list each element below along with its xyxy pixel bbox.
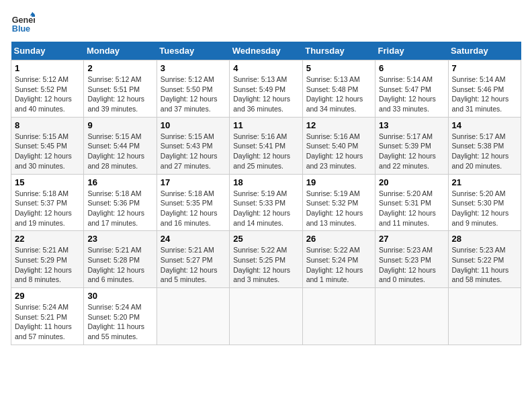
calendar-cell: 20Sunrise: 5:20 AM Sunset: 5:31 PM Dayli… — [375, 174, 448, 231]
day-info: Sunrise: 5:21 AM Sunset: 5:29 PM Dayligh… — [15, 245, 80, 285]
day-number: 15 — [15, 177, 80, 187]
day-info: Sunrise: 5:23 AM Sunset: 5:23 PM Dayligh… — [379, 245, 444, 285]
calendar-cell: 22Sunrise: 5:21 AM Sunset: 5:29 PM Dayli… — [11, 231, 84, 288]
day-number: 28 — [452, 234, 517, 244]
day-info: Sunrise: 5:22 AM Sunset: 5:25 PM Dayligh… — [233, 245, 298, 285]
col-header-friday: Friday — [375, 42, 448, 60]
calendar-cell: 18Sunrise: 5:19 AM Sunset: 5:33 PM Dayli… — [230, 174, 302, 231]
day-info: Sunrise: 5:16 AM Sunset: 5:41 PM Dayligh… — [233, 132, 298, 171]
day-info: Sunrise: 5:22 AM Sunset: 5:24 PM Dayligh… — [306, 245, 371, 285]
day-info: Sunrise: 5:24 AM Sunset: 5:21 PM Dayligh… — [15, 302, 80, 342]
day-info: Sunrise: 5:14 AM Sunset: 5:46 PM Dayligh… — [452, 75, 517, 114]
day-number: 4 — [233, 63, 298, 73]
day-number: 16 — [87, 177, 152, 187]
calendar-cell — [302, 288, 375, 345]
calendar-cell: 29Sunrise: 5:24 AM Sunset: 5:21 PM Dayli… — [11, 288, 84, 345]
day-number: 26 — [306, 234, 371, 244]
day-number: 19 — [306, 177, 371, 187]
day-number: 11 — [233, 120, 298, 130]
page-header: General Blue — [11, 11, 521, 35]
day-number: 18 — [233, 177, 298, 187]
calendar-cell: 23Sunrise: 5:21 AM Sunset: 5:28 PM Dayli… — [84, 231, 157, 288]
day-number: 12 — [306, 120, 371, 130]
day-info: Sunrise: 5:17 AM Sunset: 5:39 PM Dayligh… — [379, 132, 444, 171]
calendar-cell: 27Sunrise: 5:23 AM Sunset: 5:23 PM Dayli… — [375, 231, 448, 288]
day-number: 20 — [379, 177, 444, 187]
calendar-cell: 12Sunrise: 5:16 AM Sunset: 5:40 PM Dayli… — [302, 117, 375, 174]
day-number: 8 — [15, 120, 80, 130]
day-number: 2 — [87, 63, 152, 73]
calendar-cell: 13Sunrise: 5:17 AM Sunset: 5:39 PM Dayli… — [375, 117, 448, 174]
calendar-cell: 11Sunrise: 5:16 AM Sunset: 5:41 PM Dayli… — [230, 117, 302, 174]
col-header-tuesday: Tuesday — [157, 42, 229, 60]
day-number: 6 — [379, 63, 444, 73]
day-info: Sunrise: 5:20 AM Sunset: 5:30 PM Dayligh… — [452, 189, 517, 228]
calendar-cell: 30Sunrise: 5:24 AM Sunset: 5:20 PM Dayli… — [84, 288, 157, 345]
day-number: 25 — [233, 234, 298, 244]
calendar-cell: 14Sunrise: 5:17 AM Sunset: 5:38 PM Dayli… — [448, 117, 521, 174]
calendar-cell: 9Sunrise: 5:15 AM Sunset: 5:44 PM Daylig… — [84, 117, 157, 174]
day-info: Sunrise: 5:19 AM Sunset: 5:33 PM Dayligh… — [233, 189, 298, 228]
calendar-cell — [448, 288, 521, 345]
calendar-cell: 28Sunrise: 5:23 AM Sunset: 5:22 PM Dayli… — [448, 231, 521, 288]
calendar-cell: 6Sunrise: 5:14 AM Sunset: 5:47 PM Daylig… — [375, 60, 448, 118]
day-number: 9 — [87, 120, 152, 130]
col-header-monday: Monday — [84, 42, 157, 60]
day-number: 5 — [306, 63, 371, 73]
day-number: 1 — [15, 63, 80, 73]
svg-text:Blue: Blue — [12, 24, 30, 34]
calendar-cell: 15Sunrise: 5:18 AM Sunset: 5:37 PM Dayli… — [11, 174, 84, 231]
calendar-cell: 5Sunrise: 5:13 AM Sunset: 5:48 PM Daylig… — [302, 60, 375, 118]
day-info: Sunrise: 5:16 AM Sunset: 5:40 PM Dayligh… — [306, 132, 371, 171]
day-info: Sunrise: 5:19 AM Sunset: 5:32 PM Dayligh… — [306, 189, 371, 228]
day-info: Sunrise: 5:18 AM Sunset: 5:37 PM Dayligh… — [15, 189, 80, 228]
day-info: Sunrise: 5:21 AM Sunset: 5:27 PM Dayligh… — [161, 245, 226, 285]
day-info: Sunrise: 5:17 AM Sunset: 5:38 PM Dayligh… — [452, 132, 517, 171]
calendar-cell — [157, 288, 229, 345]
day-info: Sunrise: 5:21 AM Sunset: 5:28 PM Dayligh… — [87, 245, 152, 285]
day-info: Sunrise: 5:15 AM Sunset: 5:45 PM Dayligh… — [15, 132, 80, 171]
day-number: 23 — [87, 234, 152, 244]
day-number: 3 — [161, 63, 226, 73]
day-info: Sunrise: 5:15 AM Sunset: 5:44 PM Dayligh… — [87, 132, 152, 171]
col-header-sunday: Sunday — [11, 42, 84, 60]
day-number: 17 — [161, 177, 226, 187]
col-header-wednesday: Wednesday — [230, 42, 302, 60]
calendar-table: SundayMondayTuesdayWednesdayThursdayFrid… — [11, 42, 521, 345]
day-number: 13 — [379, 120, 444, 130]
day-info: Sunrise: 5:12 AM Sunset: 5:52 PM Dayligh… — [15, 75, 80, 114]
calendar-cell: 10Sunrise: 5:15 AM Sunset: 5:43 PM Dayli… — [157, 117, 229, 174]
day-number: 7 — [452, 63, 517, 73]
day-info: Sunrise: 5:14 AM Sunset: 5:47 PM Dayligh… — [379, 75, 444, 114]
day-number: 24 — [161, 234, 226, 244]
day-info: Sunrise: 5:23 AM Sunset: 5:22 PM Dayligh… — [452, 245, 517, 285]
calendar-cell: 7Sunrise: 5:14 AM Sunset: 5:46 PM Daylig… — [448, 60, 521, 118]
calendar-cell: 24Sunrise: 5:21 AM Sunset: 5:27 PM Dayli… — [157, 231, 229, 288]
calendar-cell: 8Sunrise: 5:15 AM Sunset: 5:45 PM Daylig… — [11, 117, 84, 174]
logo-icon: General Blue — [11, 11, 35, 35]
day-number: 29 — [15, 291, 80, 301]
day-info: Sunrise: 5:24 AM Sunset: 5:20 PM Dayligh… — [87, 302, 152, 342]
day-info: Sunrise: 5:18 AM Sunset: 5:35 PM Dayligh… — [161, 189, 226, 228]
day-number: 30 — [87, 291, 152, 301]
day-info: Sunrise: 5:13 AM Sunset: 5:48 PM Dayligh… — [306, 75, 371, 114]
calendar-cell: 3Sunrise: 5:12 AM Sunset: 5:50 PM Daylig… — [157, 60, 229, 118]
day-number: 14 — [452, 120, 517, 130]
day-info: Sunrise: 5:20 AM Sunset: 5:31 PM Dayligh… — [379, 189, 444, 228]
col-header-saturday: Saturday — [448, 42, 521, 60]
day-info: Sunrise: 5:13 AM Sunset: 5:49 PM Dayligh… — [233, 75, 298, 114]
day-number: 22 — [15, 234, 80, 244]
day-info: Sunrise: 5:12 AM Sunset: 5:50 PM Dayligh… — [161, 75, 226, 114]
day-number: 27 — [379, 234, 444, 244]
col-header-thursday: Thursday — [302, 42, 375, 60]
logo: General Blue — [11, 11, 38, 35]
day-info: Sunrise: 5:15 AM Sunset: 5:43 PM Dayligh… — [161, 132, 226, 171]
calendar-cell: 17Sunrise: 5:18 AM Sunset: 5:35 PM Dayli… — [157, 174, 229, 231]
calendar-cell: 2Sunrise: 5:12 AM Sunset: 5:51 PM Daylig… — [84, 60, 157, 118]
calendar-cell — [230, 288, 302, 345]
calendar-cell: 19Sunrise: 5:19 AM Sunset: 5:32 PM Dayli… — [302, 174, 375, 231]
calendar-cell: 26Sunrise: 5:22 AM Sunset: 5:24 PM Dayli… — [302, 231, 375, 288]
day-number: 10 — [161, 120, 226, 130]
calendar-cell: 4Sunrise: 5:13 AM Sunset: 5:49 PM Daylig… — [230, 60, 302, 118]
calendar-cell — [375, 288, 448, 345]
